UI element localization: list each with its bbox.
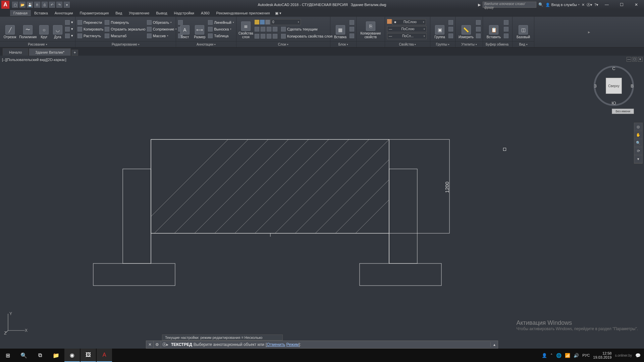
sound-icon[interactable]: 🔊: [574, 353, 579, 358]
close-button[interactable]: ✕: [630, 1, 643, 8]
chrome-button[interactable]: ◉: [64, 349, 80, 362]
tab-manage[interactable]: Управление: [125, 10, 153, 16]
tab-output[interactable]: Вывод: [153, 10, 170, 16]
block-ex1[interactable]: [350, 19, 354, 25]
layerprops-button[interactable]: ≣Свойства слоя: [238, 19, 253, 39]
dim-button[interactable]: ⟷Размер: [193, 19, 207, 39]
group-button[interactable]: ▣Группа: [432, 19, 447, 39]
matchprops-button[interactable]: ⎘Копирование свойств: [359, 19, 383, 39]
explorer-button[interactable]: 📁: [48, 349, 64, 362]
tray-up-icon[interactable]: ˄: [550, 353, 553, 358]
qat-more-icon[interactable]: ▾: [64, 2, 70, 8]
sun-icon[interactable]: [260, 20, 265, 24]
panel-title-props[interactable]: Свойства: [385, 41, 430, 47]
copy-button[interactable]: Копировать: [77, 26, 103, 32]
start-button[interactable]: ⊞: [0, 349, 15, 362]
line-button[interactable]: ╱Отрезок: [2, 19, 18, 39]
linetype-combo[interactable]: —ПоСл...▾: [387, 33, 427, 39]
util-ex2[interactable]: [476, 26, 481, 32]
taskview-button[interactable]: ⧉: [32, 349, 48, 362]
save-icon[interactable]: 💾: [27, 2, 33, 8]
saveas-icon[interactable]: ⎘: [34, 2, 40, 8]
copylayer-button[interactable]: Копировать свойства слоя: [255, 33, 332, 39]
tab-doc[interactable]: Здание Виталик*: [29, 48, 71, 56]
scale-button[interactable]: Масштаб: [105, 33, 145, 39]
lock-icon[interactable]: [265, 20, 270, 24]
panel-title-annot[interactable]: Аннотации: [176, 41, 236, 47]
cmd-opt-mode[interactable]: Режим: [286, 342, 299, 347]
table-button[interactable]: Таблица: [208, 33, 234, 39]
tab-annotate[interactable]: Аннотации: [51, 10, 76, 16]
tab-a360[interactable]: A360: [198, 10, 213, 16]
open-icon[interactable]: 📂: [19, 2, 25, 8]
group-ex1[interactable]: [448, 19, 453, 25]
tab-addins[interactable]: Надстройки: [171, 10, 198, 16]
stretch-button[interactable]: Растянуть: [77, 33, 103, 39]
panel-title-edit[interactable]: Редактирование: [75, 41, 176, 47]
people-icon[interactable]: 👤: [542, 353, 547, 358]
exchange-icon[interactable]: ✕: [582, 3, 585, 7]
insert-button[interactable]: ▦Вставка: [332, 19, 348, 39]
util-ex1[interactable]: [476, 19, 481, 25]
clip-ex1[interactable]: [504, 19, 508, 25]
ucs-icon[interactable]: Y X Z: [4, 311, 28, 335]
ribbon-expand-icon[interactable]: ▸: [534, 17, 644, 47]
panel-title-groups[interactable]: Группы: [430, 41, 455, 47]
fillet-button[interactable]: Сопряжение▾: [147, 26, 177, 32]
dim-1200[interactable]: 1200: [444, 182, 450, 193]
trim-button[interactable]: Обрезать▾: [147, 19, 177, 25]
drawing-area[interactable]: [–][Пользовательский вид][2D-каркас] — ☐…: [0, 56, 644, 341]
tab-view[interactable]: Вид: [112, 10, 125, 16]
circle-button[interactable]: ○Круг: [38, 19, 50, 39]
panel-title-util[interactable]: Утилиты: [455, 41, 483, 47]
panel-title-view[interactable]: Вид: [513, 41, 534, 47]
mirror-button[interactable]: Отразить зеркально: [105, 26, 145, 32]
signin-button[interactable]: 👤 Вход в службы ▾: [545, 3, 580, 7]
print-icon[interactable]: ⎙: [42, 2, 48, 8]
app1-button[interactable]: 🖼: [80, 349, 96, 362]
search-input[interactable]: Введите ключевое слово/фразу: [483, 2, 536, 8]
bulb-icon[interactable]: [255, 20, 259, 24]
leader-button[interactable]: Выноска▾: [208, 26, 234, 32]
panel-title-layers[interactable]: Слои: [236, 41, 330, 47]
clip-ex2[interactable]: [504, 26, 508, 32]
cmd-close-icon[interactable]: ✕: [146, 341, 154, 348]
lineweight-combo[interactable]: —ПоСлою▾: [387, 26, 427, 32]
group-ex3[interactable]: [448, 33, 453, 39]
minimize-button[interactable]: —: [600, 1, 613, 8]
color-combo[interactable]: ■ ПоСлою▾: [392, 19, 426, 25]
tab-featured[interactable]: Рекомендованные приложения: [213, 10, 273, 16]
draw-extra1[interactable]: ▾: [65, 19, 73, 25]
array-button[interactable]: Массив▾: [147, 33, 177, 39]
panel-title-block[interactable]: Блок: [330, 41, 356, 47]
cmd-history-dd[interactable]: ▴: [490, 342, 498, 347]
tab-parametric[interactable]: Параметризация: [76, 10, 112, 16]
block-ex3[interactable]: [350, 33, 354, 39]
tab-home[interactable]: Главная: [10, 10, 31, 16]
wifi-icon[interactable]: 📶: [565, 353, 570, 358]
tab-start[interactable]: Начало: [3, 48, 28, 56]
network-icon[interactable]: 🌐: [556, 353, 561, 358]
block-ex2[interactable]: [350, 26, 354, 32]
group-ex2[interactable]: [448, 26, 453, 32]
polyline-button[interactable]: 〜Полилиния: [19, 19, 37, 39]
autocad-button[interactable]: A: [97, 349, 112, 362]
arc-button[interactable]: ◡Дуга: [52, 19, 64, 39]
command-input[interactable]: [301, 342, 490, 347]
paste-button[interactable]: 📋Вставить: [485, 19, 502, 39]
app-icon[interactable]: A: [1, 1, 9, 9]
a360-icon[interactable]: Ⓐ▾: [587, 2, 592, 7]
layer-combo[interactable]: 0▾: [271, 19, 301, 25]
color-swatch-icon[interactable]: [387, 19, 392, 24]
draw-extra3[interactable]: ▾: [65, 33, 73, 39]
cmd-opt-undo[interactable]: Отменить: [267, 342, 285, 347]
cmd-config-icon[interactable]: ⚙: [154, 341, 161, 348]
tab-insert[interactable]: Вставка: [31, 10, 51, 16]
maximize-button[interactable]: ☐: [615, 1, 628, 8]
notif-icon[interactable]: 💬: [635, 353, 641, 358]
tab-expand-icon[interactable]: ▣ ▾: [273, 10, 283, 16]
panel-title-draw[interactable]: Рисование: [0, 41, 75, 47]
clip-ex3[interactable]: [504, 33, 508, 39]
linear-button[interactable]: Линейный▾: [208, 19, 234, 25]
undo-icon[interactable]: ↶: [49, 2, 55, 8]
